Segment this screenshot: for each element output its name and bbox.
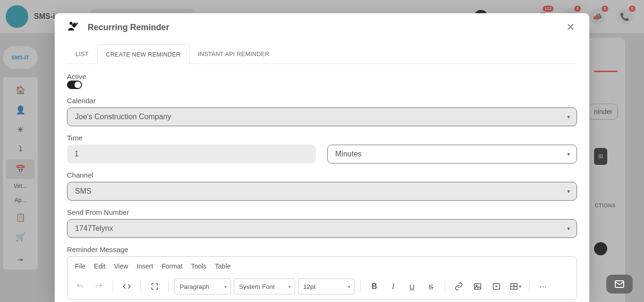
send-from-label: Send From Number xyxy=(67,208,577,216)
svg-rect-1 xyxy=(474,284,481,289)
calendar-select[interactable]: Joe's Construction Company ▾ xyxy=(67,107,577,126)
time-quantity-input[interactable]: 1 xyxy=(67,145,316,163)
link-icon[interactable] xyxy=(451,278,467,294)
fullscreen-icon[interactable] xyxy=(147,278,163,294)
italic-icon[interactable]: I xyxy=(385,278,401,294)
message-label: Reminder Message xyxy=(67,245,577,253)
recurring-reminder-modal: Recurring Reminder ✕ LIST CREATE NEW REM… xyxy=(55,13,589,302)
menu-format[interactable]: Format xyxy=(162,262,182,270)
modal-header: Recurring Reminder ✕ xyxy=(55,13,589,41)
time-quantity-value: 1 xyxy=(74,150,79,158)
svg-marker-4 xyxy=(496,286,498,288)
mail-fab[interactable] xyxy=(606,275,633,294)
time-unit-value: Minutes xyxy=(335,150,362,158)
channel-value: SMS xyxy=(75,187,91,196)
tab-list[interactable]: LIST xyxy=(67,44,97,64)
modal-title: Recurring Reminder xyxy=(88,23,169,33)
modal-tabs: LIST CREATE NEW REMINDER INSTANT API REM… xyxy=(67,44,577,64)
block-format-select[interactable]: Paragraph▾ xyxy=(174,278,231,294)
chevron-down-icon: ▾ xyxy=(567,151,570,157)
editor-menus: File Edit View Insert Format Tools Table xyxy=(67,257,577,276)
underline-icon[interactable]: U xyxy=(404,278,420,294)
menu-edit[interactable]: Edit xyxy=(94,262,106,270)
menu-insert[interactable]: Insert xyxy=(137,262,153,270)
code-icon[interactable] xyxy=(119,278,135,294)
channel-select[interactable]: SMS ▾ xyxy=(67,182,577,201)
font-family-select[interactable]: System Font▾ xyxy=(234,278,295,294)
table-icon[interactable]: ▾ xyxy=(507,278,523,294)
send-from-select[interactable]: 1747Telynx ▾ xyxy=(67,219,577,238)
message-editor: File Edit View Insert Format Tools Table xyxy=(67,256,577,300)
image-icon[interactable] xyxy=(470,278,486,294)
menu-view[interactable]: View xyxy=(114,262,128,270)
strikethrough-icon[interactable]: S xyxy=(423,278,439,294)
svg-point-0 xyxy=(69,22,73,25)
close-icon[interactable]: ✕ xyxy=(564,21,577,34)
active-toggle[interactable] xyxy=(67,81,82,89)
chevron-down-icon: ▾ xyxy=(567,114,570,120)
calendar-value: Joe's Construction Company xyxy=(75,113,171,121)
undo-icon[interactable] xyxy=(72,278,88,294)
send-from-value: 1747Telynx xyxy=(75,224,113,233)
channel-label: Channel xyxy=(67,171,577,179)
tab-create-new-reminder[interactable]: CREATE NEW REMINDER xyxy=(97,44,190,64)
tab-instant-api-reminder[interactable]: INSTANT API REMINDER xyxy=(190,44,278,64)
chevron-down-icon: ▾ xyxy=(567,188,570,195)
active-label: Active xyxy=(67,73,577,81)
menu-tools[interactable]: Tools xyxy=(191,262,206,270)
chevron-down-icon: ▾ xyxy=(567,225,570,232)
menu-table[interactable]: Table xyxy=(215,262,231,270)
menu-file[interactable]: File xyxy=(75,262,86,270)
bold-icon[interactable]: B xyxy=(366,278,382,294)
font-size-select[interactable]: 12pt▾ xyxy=(298,278,355,294)
redo-icon[interactable] xyxy=(91,278,107,294)
time-label: Time xyxy=(67,134,577,142)
time-unit-select[interactable]: Minutes ▾ xyxy=(327,145,577,163)
calendar-label: Calendar xyxy=(67,97,577,105)
person-edit-icon xyxy=(67,20,79,34)
more-icon[interactable]: ⋯ xyxy=(535,278,551,294)
editor-toolbar: Paragraph▾ System Font▾ 12pt▾ B I U S ▾ xyxy=(67,276,577,299)
media-icon[interactable] xyxy=(488,278,504,294)
